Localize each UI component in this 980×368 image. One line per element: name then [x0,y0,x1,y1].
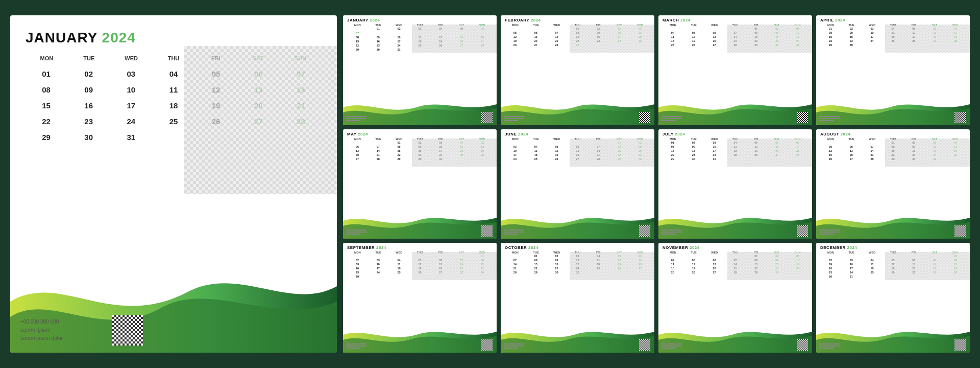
sc-day: 21 [862,153,883,157]
sc-day: 22 [526,266,546,270]
sc-day: 04 [663,31,683,35]
sc-day: 29 [663,157,683,161]
sc-day: 24 [841,270,862,274]
sc-footer-lines [346,116,366,121]
small-cal-december: DECEMBER 2024MONTUEWEDTHUFRISATSUN010203… [816,243,970,353]
footer-info: +00 000 000 000 Lorem Ipsum Lorem ipsum … [20,318,63,342]
sc-header: JULY 2024 [658,129,812,137]
sc-day [347,141,368,145]
sc-day: 06 [704,258,725,262]
large-january-calendar: JANUARY 2024 MON TUE WED THU FRI SAT SUN… [10,15,337,353]
sc-qr-code [954,339,966,351]
sc-footer [504,343,524,350]
sc-day [683,254,704,258]
sc-title: APRIL 2024 [820,18,966,22]
sc-footer-lines [504,116,524,121]
sc-footer [504,229,524,236]
sc-day: 19 [505,39,525,43]
sc-title: NOVEMBER 2024 [663,245,808,250]
sc-day: 19 [683,39,704,43]
cal-year: 2024 [102,30,136,45]
sc-day: 01 [663,141,683,145]
sc-day: 07 [368,145,388,149]
sc-day: 10 [389,35,409,39]
day-31: 31 [110,130,152,145]
day-30: 30 [68,130,109,145]
sc-year: 2024 [835,18,845,22]
sc-day: 13 [704,262,725,266]
sc-footer [346,343,366,350]
day-01: 01 [26,66,67,81]
sc-photo-placeholder [727,139,812,167]
sc-photo-placeholder [885,25,970,53]
sc-day: 04 [389,258,409,262]
sc-day: 05 [505,31,525,35]
sc-day: 01 [389,141,409,145]
sc-header: NOVEMBER 2024 [658,243,812,251]
sc-day: 02 [820,258,841,262]
sc-photo-placeholder [727,252,812,280]
small-cal-april: APRIL 2024MONTUEWEDTHUFRISATSUN010203040… [816,15,970,125]
sc-day: 26 [547,157,567,161]
sc-day: 03 [368,258,388,262]
sc-day: 05 [820,145,841,149]
sc-day: 02 [547,254,567,258]
sc-day: 06 [347,145,368,149]
sc-day [368,141,388,145]
sc-day: 17 [862,35,883,39]
sc-title: AUGUST 2024 [820,132,966,136]
day-09: 09 [68,82,109,97]
sc-day [663,254,683,258]
sc-year: 2024 [841,132,851,136]
sc-day: 07 [505,258,525,262]
sc-day: 28 [547,43,567,47]
sc-day: 09 [841,31,862,35]
sc-day: 29 [820,43,841,47]
sc-footer-lines [819,116,840,121]
sc-day: 09 [368,35,388,39]
sc-day: 02 [841,27,862,31]
sc-day: 23 [820,270,841,274]
sc-day: 16 [547,262,567,266]
sc-day: 17 [389,39,409,43]
sc-day: 16 [347,266,368,270]
sc-day: 20 [526,39,546,43]
sc-day: 25 [526,157,546,161]
sc-year: 2024 [370,18,380,22]
sc-day: 31 [841,274,862,279]
sc-day: 06 [841,145,862,149]
sc-footer-lines [346,343,366,349]
sc-day: 10 [505,149,525,153]
sc-day: 01 [820,27,841,31]
sc-day: 21 [505,266,525,270]
sc-day: 24 [862,39,883,43]
sc-year: 2024 [847,245,857,250]
sc-photo-placeholder [570,25,654,53]
day-24: 24 [110,114,152,129]
sc-day [505,254,525,258]
sc-qr-code [954,112,966,123]
sc-qr-code [954,225,966,237]
sc-day [862,141,883,145]
sc-day: 18 [663,266,683,270]
sc-day: 05 [547,145,567,149]
sc-day: 10 [841,262,862,266]
sc-day: 14 [862,149,883,153]
sc-day: 18 [526,153,546,157]
sc-day: 14 [505,262,525,266]
sc-header: DECEMBER 2024 [816,243,970,251]
sc-year: 2024 [675,132,685,136]
sc-day: 24 [704,153,725,157]
sc-year: 2024 [376,245,386,250]
sc-day: 25 [663,270,683,274]
sc-day: 03 [704,141,725,145]
sc-header: SEPTEMBER 2024 [343,243,497,251]
sc-header: JANUARY 2024 [343,15,497,24]
sc-day: 25 [389,270,409,274]
sc-day: 28 [368,157,388,161]
sc-day: 12 [820,149,841,153]
sc-day: 22 [663,153,683,157]
sc-day: 19 [547,153,567,157]
sc-day: 29 [526,270,546,274]
sc-day: 27 [704,43,725,47]
